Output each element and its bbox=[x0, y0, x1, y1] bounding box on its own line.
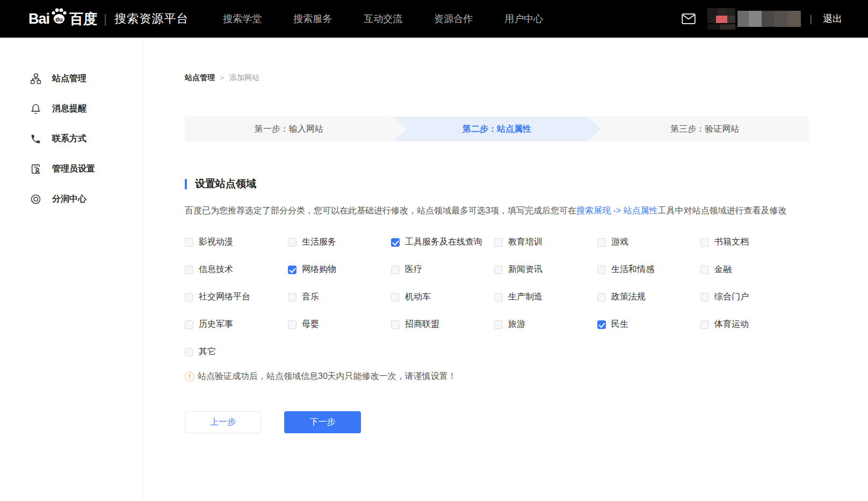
category-checkbox-item[interactable]: 影视动漫 bbox=[185, 237, 288, 248]
category-checkbox-item[interactable]: 政策法规 bbox=[597, 291, 700, 303]
navbar-divider: | bbox=[809, 13, 812, 25]
category-checkbox-item[interactable]: 音乐 bbox=[288, 291, 391, 303]
category-checkbox-item[interactable]: 综合门户 bbox=[700, 291, 804, 303]
section-description: 百度已为您推荐选定了部分分类，您可以在此基础进行修改，站点领域最多可选3项，填写… bbox=[185, 202, 809, 220]
logout-button[interactable]: 退出 bbox=[823, 12, 842, 25]
category-label: 影视动漫 bbox=[199, 237, 233, 248]
search-display-site-attributes-link[interactable]: 搜索展现 -> 站点属性 bbox=[576, 206, 658, 215]
category-checkbox[interactable] bbox=[700, 293, 709, 302]
sidebar-item-admin-settings[interactable]: 管理员设置 bbox=[0, 154, 142, 184]
category-checkbox[interactable] bbox=[494, 320, 503, 329]
breadcrumb-site-management[interactable]: 站点管理 bbox=[185, 73, 215, 83]
step-3-verify-site: 第三步：验证网站 bbox=[601, 117, 809, 141]
nav-item-interaction[interactable]: 互动交流 bbox=[364, 12, 402, 25]
category-checkbox-item[interactable]: 书籍文档 bbox=[700, 237, 804, 248]
category-label: 母婴 bbox=[302, 319, 319, 330]
category-checkbox[interactable] bbox=[597, 266, 606, 274]
main-nav: 搜索学堂 搜索服务 互动交流 资源合作 用户中心 bbox=[223, 12, 575, 25]
category-label: 医疗 bbox=[405, 264, 422, 275]
category-checkbox[interactable] bbox=[494, 266, 503, 274]
category-label: 体育运动 bbox=[714, 319, 749, 330]
baidu-paw-icon: du bbox=[50, 8, 68, 27]
category-checkbox[interactable] bbox=[494, 238, 503, 247]
sidebar-item-notifications[interactable]: 消息提醒 bbox=[0, 94, 142, 124]
profit-center-icon bbox=[30, 194, 41, 205]
nav-item-resource-coop[interactable]: 资源合作 bbox=[434, 12, 473, 25]
nav-item-search-service[interactable]: 搜索服务 bbox=[293, 12, 332, 25]
user-avatar-blurred[interactable] bbox=[707, 8, 735, 30]
category-checkbox[interactable] bbox=[391, 293, 400, 302]
username-blurred[interactable] bbox=[737, 11, 801, 27]
step-indicator: 第一步：输入网站 第二步：站点属性 第三步：验证网站 bbox=[185, 117, 809, 141]
admin-settings-icon bbox=[30, 163, 41, 175]
category-checkbox[interactable] bbox=[288, 293, 296, 302]
category-checkbox-item[interactable]: 生活服务 bbox=[288, 237, 391, 248]
category-checkbox[interactable] bbox=[597, 320, 606, 329]
logo-divider: | bbox=[104, 11, 107, 26]
category-checkbox[interactable] bbox=[391, 238, 400, 247]
category-checkbox[interactable] bbox=[288, 320, 296, 329]
category-checkbox[interactable] bbox=[700, 266, 709, 274]
baidu-logo[interactable]: Bai du 百度 | 搜索资源平台 bbox=[28, 8, 189, 30]
category-checkbox-item[interactable]: 金融 bbox=[700, 264, 804, 275]
breadcrumb: 站点管理 > 添加网站 bbox=[185, 73, 809, 83]
category-checkbox[interactable] bbox=[185, 266, 193, 274]
category-label: 教育培训 bbox=[508, 237, 542, 248]
category-label: 招商联盟 bbox=[405, 319, 439, 330]
category-checkbox[interactable] bbox=[288, 266, 296, 274]
category-checkbox-item[interactable]: 民生 bbox=[597, 319, 700, 330]
category-checkbox[interactable] bbox=[597, 293, 606, 302]
category-checkbox[interactable] bbox=[185, 238, 193, 247]
category-checkbox[interactable] bbox=[700, 320, 709, 329]
nav-item-search-school[interactable]: 搜索学堂 bbox=[223, 12, 262, 25]
category-checkbox[interactable] bbox=[391, 320, 400, 329]
category-checkbox[interactable] bbox=[494, 293, 503, 302]
category-checkbox-item[interactable]: 信息技术 bbox=[185, 264, 288, 275]
category-checkbox-item[interactable]: 招商联盟 bbox=[391, 319, 494, 330]
sidebar-item-site-management[interactable]: 站点管理 bbox=[0, 63, 142, 94]
category-checkbox-item[interactable]: 新闻资讯 bbox=[494, 264, 597, 275]
category-checkbox-item[interactable]: 社交网络平台 bbox=[185, 291, 288, 303]
category-label: 信息技术 bbox=[199, 264, 233, 275]
description-text-after: 工具中对站点领域进行查看及修改 bbox=[657, 206, 786, 215]
category-checkbox-item[interactable]: 其它 bbox=[185, 346, 288, 357]
category-checkbox[interactable] bbox=[597, 238, 606, 247]
category-label: 综合门户 bbox=[714, 291, 749, 303]
category-label: 社交网络平台 bbox=[199, 291, 250, 303]
previous-step-button[interactable]: 上一步 bbox=[185, 411, 261, 433]
category-checkbox-item[interactable]: 体育运动 bbox=[700, 319, 804, 330]
category-checkbox[interactable] bbox=[185, 293, 193, 302]
baidu-logo-text: Bai bbox=[28, 11, 49, 27]
category-label: 书籍文档 bbox=[714, 237, 749, 248]
category-label: 新闻资讯 bbox=[508, 264, 542, 275]
category-checkbox-item[interactable]: 母婴 bbox=[288, 319, 391, 330]
category-checkbox-item[interactable]: 医疗 bbox=[391, 264, 494, 275]
category-checkbox[interactable] bbox=[700, 238, 709, 247]
category-checkbox-item[interactable]: 生产制造 bbox=[494, 291, 597, 303]
category-checkbox[interactable] bbox=[185, 320, 193, 329]
warning-text: 站点验证成功后，站点领域信息30天内只能修改一次，请谨慎设置！ bbox=[198, 371, 457, 382]
category-checkbox-item[interactable]: 历史军事 bbox=[185, 319, 288, 330]
navbar-right: | 退出 bbox=[682, 8, 842, 30]
step-1-enter-site: 第一步：输入网站 bbox=[185, 117, 393, 141]
category-checkbox-item[interactable]: 生活和情感 bbox=[597, 264, 700, 275]
main-content: 站点管理 > 添加网站 第一步：输入网站 第二步：站点属性 第三步：验证网站 设… bbox=[143, 38, 868, 501]
category-checkbox-item[interactable]: 教育培训 bbox=[494, 237, 597, 248]
category-grid: 影视动漫 生活服务 工具服务及在线查询 教育培训 游戏 书籍文档 信息技术 网络… bbox=[185, 228, 809, 366]
category-checkbox-item[interactable]: 机动车 bbox=[391, 291, 494, 303]
category-checkbox[interactable] bbox=[391, 266, 400, 274]
category-checkbox-item[interactable]: 游戏 bbox=[597, 237, 700, 248]
mail-icon[interactable] bbox=[682, 13, 696, 24]
category-checkbox-item[interactable]: 网络购物 bbox=[288, 264, 391, 275]
page: Bai du 百度 | 搜索资源平台 搜索学堂 搜索服务 互动交流 资源合作 用… bbox=[0, 0, 868, 501]
category-checkbox[interactable] bbox=[185, 348, 193, 356]
sidebar-item-contact[interactable]: 联系方式 bbox=[0, 124, 142, 154]
category-checkbox-item[interactable]: 旅游 bbox=[494, 319, 597, 330]
next-step-button[interactable]: 下一步 bbox=[284, 411, 361, 433]
nav-item-user-center[interactable]: 用户中心 bbox=[504, 12, 543, 25]
category-label: 生活服务 bbox=[302, 237, 336, 248]
sidebar-item-profit-center[interactable]: 分润中心 bbox=[0, 184, 142, 214]
category-checkbox-item[interactable]: 工具服务及在线查询 bbox=[391, 237, 494, 248]
category-label: 生产制造 bbox=[508, 291, 542, 303]
category-checkbox[interactable] bbox=[288, 238, 296, 247]
